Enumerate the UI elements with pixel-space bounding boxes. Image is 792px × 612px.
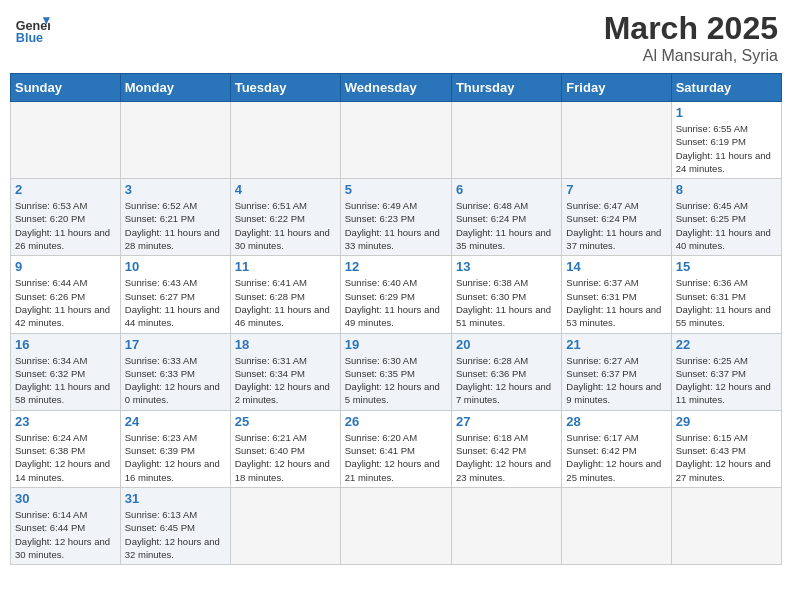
calendar-day-cell [340,487,451,564]
day-info: Sunrise: 6:44 AM Sunset: 6:26 PM Dayligh… [15,276,116,329]
calendar-day-cell: 2Sunrise: 6:53 AM Sunset: 6:20 PM Daylig… [11,179,121,256]
calendar-week-row: 2Sunrise: 6:53 AM Sunset: 6:20 PM Daylig… [11,179,782,256]
calendar-day-cell: 8Sunrise: 6:45 AM Sunset: 6:25 PM Daylig… [671,179,781,256]
weekday-header-saturday: Saturday [671,74,781,102]
calendar-day-cell: 5Sunrise: 6:49 AM Sunset: 6:23 PM Daylig… [340,179,451,256]
day-info: Sunrise: 6:55 AM Sunset: 6:19 PM Dayligh… [676,122,777,175]
calendar-day-cell: 28Sunrise: 6:17 AM Sunset: 6:42 PM Dayli… [562,410,671,487]
calendar-day-cell [230,487,340,564]
day-info: Sunrise: 6:30 AM Sunset: 6:35 PM Dayligh… [345,354,447,407]
day-info: Sunrise: 6:52 AM Sunset: 6:21 PM Dayligh… [125,199,226,252]
logo: General Blue [14,10,50,46]
calendar-table: SundayMondayTuesdayWednesdayThursdayFrid… [10,73,782,565]
day-info: Sunrise: 6:31 AM Sunset: 6:34 PM Dayligh… [235,354,336,407]
day-info: Sunrise: 6:21 AM Sunset: 6:40 PM Dayligh… [235,431,336,484]
day-number: 10 [125,259,226,274]
day-number: 3 [125,182,226,197]
calendar-day-cell [11,102,121,179]
day-number: 24 [125,414,226,429]
day-info: Sunrise: 6:34 AM Sunset: 6:32 PM Dayligh… [15,354,116,407]
day-info: Sunrise: 6:48 AM Sunset: 6:24 PM Dayligh… [456,199,557,252]
day-number: 15 [676,259,777,274]
title-block: March 2025 Al Mansurah, Syria [604,10,778,65]
day-number: 7 [566,182,666,197]
day-info: Sunrise: 6:18 AM Sunset: 6:42 PM Dayligh… [456,431,557,484]
calendar-day-cell: 7Sunrise: 6:47 AM Sunset: 6:24 PM Daylig… [562,179,671,256]
weekday-header-tuesday: Tuesday [230,74,340,102]
page-header: General Blue March 2025 Al Mansurah, Syr… [10,10,782,65]
weekday-header-monday: Monday [120,74,230,102]
day-number: 25 [235,414,336,429]
day-info: Sunrise: 6:45 AM Sunset: 6:25 PM Dayligh… [676,199,777,252]
weekday-header-sunday: Sunday [11,74,121,102]
day-number: 23 [15,414,116,429]
calendar-day-cell: 29Sunrise: 6:15 AM Sunset: 6:43 PM Dayli… [671,410,781,487]
day-number: 2 [15,182,116,197]
day-number: 28 [566,414,666,429]
calendar-day-cell: 24Sunrise: 6:23 AM Sunset: 6:39 PM Dayli… [120,410,230,487]
day-number: 26 [345,414,447,429]
day-number: 4 [235,182,336,197]
day-info: Sunrise: 6:38 AM Sunset: 6:30 PM Dayligh… [456,276,557,329]
day-number: 1 [676,105,777,120]
month-title: March 2025 [604,10,778,47]
calendar-week-row: 9Sunrise: 6:44 AM Sunset: 6:26 PM Daylig… [11,256,782,333]
calendar-day-cell: 27Sunrise: 6:18 AM Sunset: 6:42 PM Dayli… [451,410,561,487]
svg-text:Blue: Blue [16,31,43,45]
day-info: Sunrise: 6:14 AM Sunset: 6:44 PM Dayligh… [15,508,116,561]
calendar-day-cell: 17Sunrise: 6:33 AM Sunset: 6:33 PM Dayli… [120,333,230,410]
day-number: 17 [125,337,226,352]
weekday-header-wednesday: Wednesday [340,74,451,102]
calendar-day-cell: 22Sunrise: 6:25 AM Sunset: 6:37 PM Dayli… [671,333,781,410]
calendar-day-cell: 16Sunrise: 6:34 AM Sunset: 6:32 PM Dayli… [11,333,121,410]
day-info: Sunrise: 6:40 AM Sunset: 6:29 PM Dayligh… [345,276,447,329]
calendar-day-cell: 1Sunrise: 6:55 AM Sunset: 6:19 PM Daylig… [671,102,781,179]
calendar-day-cell [451,102,561,179]
day-info: Sunrise: 6:23 AM Sunset: 6:39 PM Dayligh… [125,431,226,484]
calendar-day-cell: 21Sunrise: 6:27 AM Sunset: 6:37 PM Dayli… [562,333,671,410]
day-info: Sunrise: 6:41 AM Sunset: 6:28 PM Dayligh… [235,276,336,329]
day-number: 9 [15,259,116,274]
calendar-day-cell: 9Sunrise: 6:44 AM Sunset: 6:26 PM Daylig… [11,256,121,333]
calendar-week-row: 30Sunrise: 6:14 AM Sunset: 6:44 PM Dayli… [11,487,782,564]
day-info: Sunrise: 6:13 AM Sunset: 6:45 PM Dayligh… [125,508,226,561]
day-info: Sunrise: 6:15 AM Sunset: 6:43 PM Dayligh… [676,431,777,484]
calendar-day-cell: 4Sunrise: 6:51 AM Sunset: 6:22 PM Daylig… [230,179,340,256]
calendar-day-cell [120,102,230,179]
day-number: 21 [566,337,666,352]
calendar-day-cell: 30Sunrise: 6:14 AM Sunset: 6:44 PM Dayli… [11,487,121,564]
day-number: 8 [676,182,777,197]
calendar-day-cell [230,102,340,179]
calendar-day-cell: 31Sunrise: 6:13 AM Sunset: 6:45 PM Dayli… [120,487,230,564]
calendar-day-cell: 3Sunrise: 6:52 AM Sunset: 6:21 PM Daylig… [120,179,230,256]
day-number: 29 [676,414,777,429]
day-info: Sunrise: 6:17 AM Sunset: 6:42 PM Dayligh… [566,431,666,484]
day-info: Sunrise: 6:25 AM Sunset: 6:37 PM Dayligh… [676,354,777,407]
day-info: Sunrise: 6:36 AM Sunset: 6:31 PM Dayligh… [676,276,777,329]
calendar-day-cell: 13Sunrise: 6:38 AM Sunset: 6:30 PM Dayli… [451,256,561,333]
calendar-day-cell: 26Sunrise: 6:20 AM Sunset: 6:41 PM Dayli… [340,410,451,487]
day-info: Sunrise: 6:37 AM Sunset: 6:31 PM Dayligh… [566,276,666,329]
calendar-day-cell: 11Sunrise: 6:41 AM Sunset: 6:28 PM Dayli… [230,256,340,333]
day-info: Sunrise: 6:33 AM Sunset: 6:33 PM Dayligh… [125,354,226,407]
calendar-day-cell: 25Sunrise: 6:21 AM Sunset: 6:40 PM Dayli… [230,410,340,487]
day-number: 16 [15,337,116,352]
calendar-week-row: 23Sunrise: 6:24 AM Sunset: 6:38 PM Dayli… [11,410,782,487]
calendar-day-cell: 18Sunrise: 6:31 AM Sunset: 6:34 PM Dayli… [230,333,340,410]
day-info: Sunrise: 6:20 AM Sunset: 6:41 PM Dayligh… [345,431,447,484]
calendar-day-cell [340,102,451,179]
calendar-day-cell: 20Sunrise: 6:28 AM Sunset: 6:36 PM Dayli… [451,333,561,410]
calendar-day-cell: 15Sunrise: 6:36 AM Sunset: 6:31 PM Dayli… [671,256,781,333]
day-info: Sunrise: 6:47 AM Sunset: 6:24 PM Dayligh… [566,199,666,252]
calendar-day-cell [562,102,671,179]
day-number: 14 [566,259,666,274]
calendar-week-row: 1Sunrise: 6:55 AM Sunset: 6:19 PM Daylig… [11,102,782,179]
day-number: 30 [15,491,116,506]
day-number: 27 [456,414,557,429]
day-number: 18 [235,337,336,352]
weekday-header-friday: Friday [562,74,671,102]
day-number: 31 [125,491,226,506]
calendar-day-cell: 19Sunrise: 6:30 AM Sunset: 6:35 PM Dayli… [340,333,451,410]
day-info: Sunrise: 6:43 AM Sunset: 6:27 PM Dayligh… [125,276,226,329]
day-info: Sunrise: 6:51 AM Sunset: 6:22 PM Dayligh… [235,199,336,252]
